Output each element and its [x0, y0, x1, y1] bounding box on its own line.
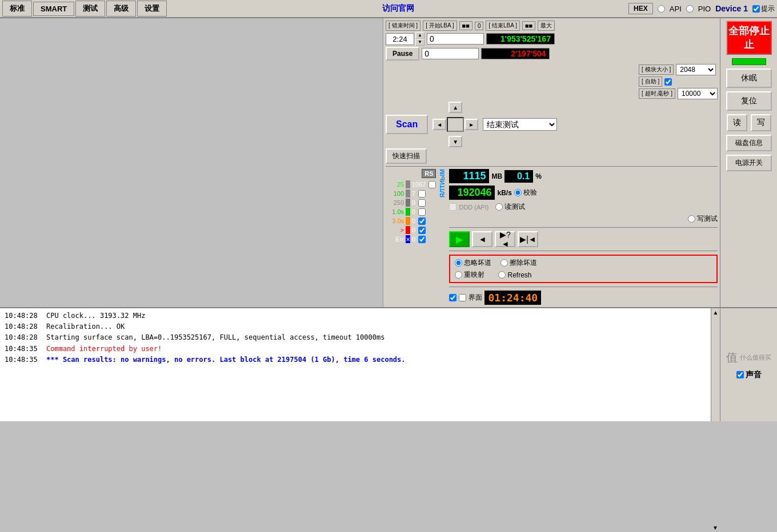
err-time-3s: 3.0s — [386, 217, 404, 224]
ddd-label: DDD (API) — [459, 204, 488, 211]
direction-right[interactable]: ► — [464, 119, 478, 130]
log-scrollbar[interactable]: ▲ ▼ — [711, 308, 720, 421]
write-test-radio[interactable] — [688, 215, 695, 223]
spinner-up[interactable]: ▲ — [415, 32, 424, 39]
err-bar-err: ✕ — [406, 235, 410, 243]
lba-val0: 0 — [475, 22, 484, 30]
percent-display: 0.1 — [504, 170, 533, 183]
err-cb-3s[interactable] — [418, 217, 426, 225]
mb-percent-row: 1115 MB 0.1 % — [449, 169, 718, 183]
percent-unit: % — [535, 172, 542, 180]
err-cb-err[interactable] — [418, 236, 426, 243]
device-label: Device 1 — [715, 4, 748, 13]
write-icon[interactable]: 写 — [751, 114, 771, 131]
log-time-1: 10:48:28 — [5, 311, 42, 321]
remap-radio[interactable] — [455, 271, 462, 279]
ignore-bad-option: 忽略坏道 — [455, 258, 491, 268]
mb-unit: MB — [491, 172, 502, 180]
err-cb-gt[interactable] — [418, 227, 426, 234]
rs-button[interactable]: RS — [422, 169, 436, 178]
hint-checkbox-label[interactable]: 提示 — [752, 4, 775, 14]
iface-checkbox[interactable] — [449, 294, 456, 301]
end-lba-label: [ 结束LBA ] — [486, 21, 519, 31]
center-panel: [ 错束时间 ] [ 开始LBA ] ■■ 0 [ 结束LBA ] ■■ 最大 … — [383, 18, 720, 307]
err-cb-100[interactable] — [418, 190, 426, 198]
iface-checkbox2[interactable] — [459, 294, 466, 301]
verify-radio-option: 校验 — [514, 188, 537, 198]
remap-label: 重映射 — [464, 270, 484, 280]
sound-checkbox[interactable] — [736, 371, 744, 378]
end-test-select[interactable]: 结束测试 继续测试 — [483, 118, 557, 131]
err-stats-row: RS 25 1067 100 7 250 — [386, 169, 718, 305]
bad-sectors-row2: 重映射 Refresh — [455, 270, 712, 280]
direction-up[interactable]: ▲ — [448, 102, 462, 113]
log-time-3: 10:48:28 — [5, 332, 42, 343]
refresh-label: Refresh — [507, 271, 531, 279]
hint-checkbox[interactable] — [752, 5, 760, 13]
tab-settings[interactable]: 设置 — [137, 1, 167, 17]
rs-vertical: ЯЛТИЫМ — [439, 169, 446, 198]
play-button[interactable]: ▶ — [449, 231, 470, 247]
sound-checkbox-label[interactable]: 声音 — [736, 370, 762, 380]
scroll-down-btn[interactable]: ▼ — [711, 523, 719, 532]
block-size-select[interactable]: 2048 1024 512 — [676, 64, 716, 75]
block-size-label: [ 模块大小 ] — [639, 65, 674, 75]
watermark-text: 什么值得买 — [740, 353, 771, 362]
err-bar-3s — [406, 217, 410, 225]
erase-bad-radio[interactable] — [500, 259, 508, 267]
scan-row: Scan ▲ ◄ ► ▼ 结束测试 继续测试 — [386, 102, 718, 147]
spinner-down[interactable]: ▼ — [415, 39, 424, 46]
err-time-err: Err — [386, 236, 404, 243]
sleep-button[interactable]: 休眠 — [726, 68, 772, 88]
direction-down[interactable]: ▼ — [448, 136, 462, 147]
err-row-1s: 1.0s 0 — [386, 208, 436, 216]
ddd-checkbox[interactable] — [449, 203, 456, 211]
timeout-row: [ 超时,毫秒 ] 10000 5000 20000 — [639, 88, 718, 99]
pause-button[interactable]: Pause — [386, 47, 419, 61]
lba-input2[interactable] — [422, 48, 479, 59]
quick-scan-button[interactable]: 快速扫描 — [386, 148, 427, 164]
reset-button[interactable]: 复位 — [726, 91, 772, 111]
err-time-100: 100 — [386, 190, 404, 197]
ignore-bad-radio[interactable] — [455, 259, 462, 267]
top-nav: 标准 SMART 测试 高级 设置 访问官网 HEX API PIO Devic… — [0, 0, 777, 18]
start-lba-input[interactable] — [427, 33, 484, 45]
power-button[interactable]: 电源开关 — [726, 155, 772, 171]
diamond-center — [447, 117, 464, 132]
err-count-100: 7 — [412, 190, 415, 197]
read-test-radio[interactable] — [495, 203, 503, 211]
err-cb-1s[interactable] — [418, 208, 426, 216]
api-radio[interactable] — [658, 5, 665, 13]
err-count-25: 1067 — [412, 181, 426, 188]
pio-radio[interactable] — [686, 5, 694, 13]
verify-radio[interactable] — [514, 189, 522, 196]
write-test-option: 写测试 — [688, 214, 718, 224]
log-right-sidebar: 值 什么值得买 声音 — [720, 308, 777, 421]
ddd-row: DDD (API) 读测试 — [449, 202, 718, 212]
refresh-radio[interactable] — [498, 271, 506, 279]
err-cb-25[interactable] — [428, 181, 436, 188]
scan-button[interactable]: Scan — [386, 115, 428, 134]
stop-button[interactable]: ◄ — [472, 231, 492, 247]
skip-button[interactable]: ▶|◄ — [518, 231, 538, 247]
forward-button[interactable]: ▶?◄ — [495, 231, 515, 247]
log-line-1: 10:48:28 CPU clock... 3193.32 MHz — [5, 311, 706, 321]
direction-left[interactable]: ◄ — [432, 119, 446, 130]
err-row-3s: 3.0s 0 — [386, 217, 436, 225]
elapsed-time-input[interactable] — [386, 33, 414, 45]
read-icon[interactable]: 读 — [727, 114, 747, 131]
tab-advanced[interactable]: 高级 — [106, 1, 136, 17]
tab-standard[interactable]: 标准 — [2, 1, 32, 17]
auto-checkbox[interactable] — [664, 78, 672, 86]
tab-test[interactable]: 测试 — [75, 1, 105, 17]
scroll-up-btn[interactable]: ▲ — [711, 308, 720, 317]
err-cb-250[interactable] — [418, 199, 426, 207]
stop-all-button[interactable]: 全部停止止 — [726, 21, 772, 55]
tab-smart[interactable]: SMART — [33, 2, 74, 16]
hex-button[interactable]: HEX — [628, 3, 653, 14]
timeout-select[interactable]: 10000 5000 20000 — [678, 88, 718, 99]
separator4 — [449, 287, 718, 287]
disk-info-button[interactable]: 磁盘信息 — [726, 135, 772, 151]
website-link[interactable]: 访问官网 — [382, 3, 414, 13]
remap-option: 重映射 — [455, 270, 484, 280]
